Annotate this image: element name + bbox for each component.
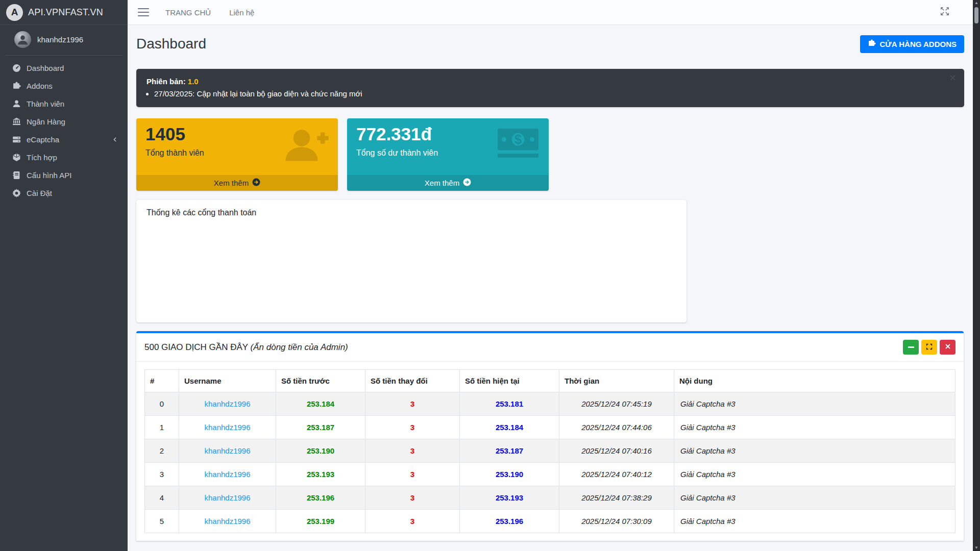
top-navbar: TRANG CHỦ Liên hệ [128,0,973,25]
maximize-icon [926,343,933,352]
cell-change: 3 [365,486,460,510]
sidebar-item-members[interactable]: Thành viên [4,95,124,113]
bank-icon [11,117,21,126]
cell-time: 2025/12/24 07:40:12 [559,463,674,486]
server-icon [11,135,21,144]
svg-text:$: $ [514,132,522,146]
scrollbar-up-arrow[interactable]: ▲ [973,0,980,6]
stats-row: 1405 Tổng thành viên Xem thêm 772.331đ T… [136,118,964,191]
col-username: Username [179,370,276,392]
sidebar-menu: Dashboard Addons Thành viên Ngân Hàng eC… [0,56,128,206]
maximize-button[interactable] [921,340,937,355]
nav-link-contact[interactable]: Liên hệ [229,8,254,17]
content-area: Dashboard CỬA HÀNG ADDONS Phiên bản: 1.0… [128,25,973,541]
puzzle-icon [868,39,876,49]
nav-link-home[interactable]: TRANG CHỦ [165,8,211,17]
page-title: Dashboard [136,36,206,52]
sidebar: A API.VPNFAST.VN khanhdz1996 Dashboard A… [0,0,128,551]
cell-index: 5 [145,510,179,533]
user-icon [11,99,21,108]
transactions-title-main: 500 GIAO DỊCH GẦN ĐÂY [144,342,248,352]
cell-after: 253.181 [460,392,559,416]
cell-time: 2025/12/24 07:40:16 [559,439,674,463]
stat-more-link[interactable]: Xem thêm [136,175,338,191]
sidebar-item-addons[interactable]: Addons [4,77,124,95]
table-row: 5 khanhdz1996 253.199 3 253.196 2025/12/… [145,510,955,533]
sidebar-item-label: Ngân Hàng [27,117,65,126]
cell-content: Giải Captcha #3 [674,510,955,533]
sidebar-item-api-config[interactable]: Cấu hình API [4,166,124,184]
table-row: 1 khanhdz1996 253.187 3 253.184 2025/12/… [145,416,955,439]
hamburger-menu-icon[interactable] [138,8,149,16]
fullscreen-button[interactable] [940,7,965,18]
username-link[interactable]: khanhdz1996 [179,463,276,486]
cell-before: 253.187 [276,416,365,439]
payment-stats-title: Thống kê các cổng thanh toán [146,208,256,217]
col-change: Số tiền thay đổi [365,370,460,392]
sidebar-item-banks[interactable]: Ngân Hàng [4,113,124,131]
changelog-list: 27/03/2025: Cập nhật lại toàn bộ giao di… [146,88,954,99]
collapse-button[interactable] [903,340,919,355]
stat-more-label: Xem thêm [214,179,249,187]
user-name: khanhdz1996 [37,35,83,44]
cell-after: 253.193 [460,486,559,510]
sidebar-item-settings[interactable]: Cài Đặt [4,184,124,202]
username-link[interactable]: khanhdz1996 [179,416,276,439]
user-avatar [14,31,31,48]
cell-after: 253.196 [460,510,559,533]
stat-card-balance: 772.331đ Tổng số dư thành viên $ Xem thê… [347,118,549,191]
cell-content: Giải Captcha #3 [674,486,955,510]
username-link[interactable]: khanhdz1996 [179,486,276,510]
brand[interactable]: A API.VPNFAST.VN [0,0,128,25]
col-before: Số tiền trước [276,370,365,392]
cell-index: 0 [145,392,179,416]
sidebar-item-label: Cấu hình API [27,171,71,180]
table-row: 2 khanhdz1996 253.190 3 253.187 2025/12/… [145,439,955,463]
close-icon[interactable] [949,74,956,83]
addons-store-button[interactable]: CỬA HÀNG ADDONS [860,35,965,53]
stat-more-link[interactable]: Xem thêm [347,175,549,191]
cell-before: 253.199 [276,510,365,533]
brand-title: API.VPNFAST.VN [28,7,103,18]
cell-time: 2025/12/24 07:30:09 [559,510,674,533]
transactions-card: 500 GIAO DỊCH GẦN ĐÂY (Ẩn dòng tiền của … [136,331,964,541]
stat-card-members: 1405 Tổng thành viên Xem thêm [136,118,338,191]
tachometer-icon [11,64,21,72]
username-link[interactable]: khanhdz1996 [179,510,276,533]
stat-more-label: Xem thêm [425,179,459,187]
cell-time: 2025/12/24 07:44:06 [559,416,674,439]
page-header: Dashboard CỬA HÀNG ADDONS [136,32,964,56]
sidebar-item-integrations[interactable]: Tích hợp [4,148,124,166]
remove-button[interactable] [940,340,955,355]
cell-index: 1 [145,416,179,439]
cell-index: 4 [145,486,179,510]
brand-logo-icon: A [6,4,23,21]
vertical-scrollbar: ▲ ▼ [973,0,980,551]
cell-after: 253.187 [460,439,559,463]
expand-arrows-icon [940,7,949,18]
user-panel[interactable]: khanhdz1996 [5,25,122,56]
close-icon [945,343,951,351]
cell-index: 3 [145,463,179,486]
username-link[interactable]: khanhdz1996 [179,392,276,416]
payment-stats-panel: Thống kê các cổng thanh toán [136,200,687,322]
cell-after: 253.190 [460,463,559,486]
scrollbar-thumb[interactable] [974,7,978,23]
cell-index: 2 [145,439,179,463]
chevron-left-icon [112,136,118,144]
cell-change: 3 [365,416,460,439]
username-link[interactable]: khanhdz1996 [179,439,276,463]
scrollbar-down-arrow[interactable]: ▼ [973,545,980,551]
cell-content: Giải Captcha #3 [674,416,955,439]
sidebar-item-label: eCaptcha [27,135,59,144]
arrow-circle-right-icon [463,178,471,188]
col-time: Thời gian [559,370,674,392]
user-plus-icon [283,127,330,165]
sidebar-item-ecaptcha[interactable]: eCaptcha [4,131,124,148]
transactions-table: # Username Số tiền trước Số tiền thay đổ… [144,369,955,533]
cell-before: 253.190 [276,439,365,463]
sidebar-item-dashboard[interactable]: Dashboard [4,59,124,77]
gear-icon [11,189,21,197]
cell-content: Giải Captcha #3 [674,463,955,486]
main-wrapper: Dashboard CỬA HÀNG ADDONS Phiên bản: 1.0… [128,0,973,541]
